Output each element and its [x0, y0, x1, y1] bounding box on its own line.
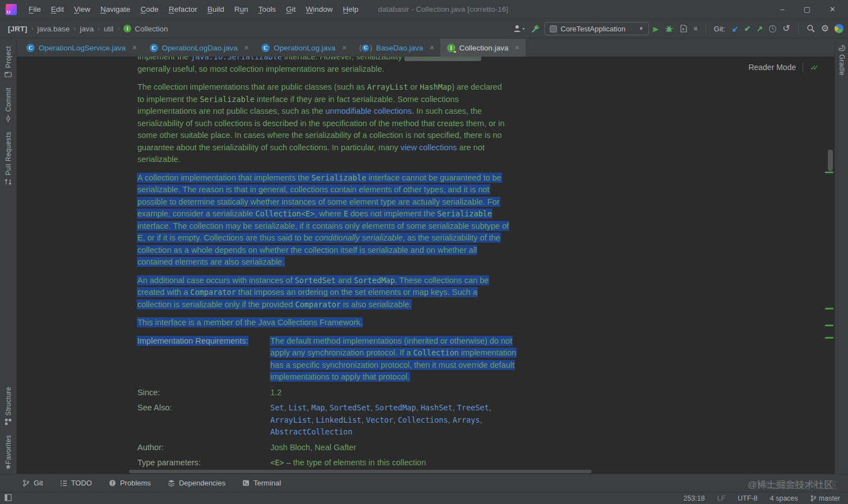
- doc-definition-row: Since:1.2: [137, 387, 835, 399]
- doc-text: The collection implementations that are …: [137, 82, 367, 91]
- tab-collection-java[interactable]: ICollection.java✕: [440, 39, 526, 57]
- stripe-item-structure[interactable]: Structure: [4, 387, 12, 426]
- tab-close-icon[interactable]: ✕: [244, 44, 249, 52]
- build-hammer-icon[interactable]: [531, 24, 540, 34]
- stripe-item-commit[interactable]: Commit: [4, 87, 12, 122]
- tool-button-dependencies[interactable]: Dependencies: [168, 479, 225, 487]
- doc-line: This interface is a member of the Java C…: [137, 317, 835, 329]
- tool-button-problems[interactable]: Problems: [109, 479, 151, 487]
- chevron-right-icon: ›: [117, 25, 119, 33]
- breadcrumb-class[interactable]: I Collection: [123, 25, 168, 33]
- breadcrumb-item-util[interactable]: util: [104, 25, 113, 33]
- menu-run[interactable]: Run: [229, 3, 254, 16]
- doc-link[interactable]: LinkedList: [316, 415, 361, 424]
- minimize-button[interactable]: –: [781, 5, 785, 13]
- doc-link[interactable]: Arrays: [453, 415, 480, 424]
- debug-button[interactable]: [665, 24, 674, 33]
- line-separator[interactable]: LF: [717, 494, 726, 502]
- maximize-button[interactable]: ▢: [804, 5, 810, 13]
- stripe-item-project[interactable]: Project: [4, 46, 12, 78]
- doc-link[interactable]: Vector: [366, 415, 394, 424]
- doc-link[interactable]: unmodifiable collections: [325, 107, 412, 115]
- git-commit-icon[interactable]: ✔: [744, 25, 751, 33]
- doc-line: Set, List, Map, SortedSet, SortedMap, Ha…: [270, 402, 835, 414]
- doc-link[interactable]: SortedSet: [329, 403, 370, 412]
- menu-build[interactable]: Build: [202, 3, 229, 16]
- vertical-scrollbar-thumb[interactable]: [828, 150, 833, 171]
- inspections-ok-icon[interactable]: ✓✓: [810, 63, 815, 72]
- stripe-item-favorites[interactable]: Favorites★: [4, 435, 12, 467]
- rollback-icon[interactable]: ↺: [782, 24, 790, 33]
- doc-line-text: guarantee about the serializability of s…: [137, 143, 485, 152]
- stop-button[interactable]: ■: [694, 25, 698, 32]
- caret-position[interactable]: 253:18: [684, 494, 705, 502]
- file-encoding[interactable]: UTF-8: [738, 494, 757, 502]
- doc-text: This interface is a member of the Java C…: [137, 318, 362, 327]
- menu-git[interactable]: Git: [281, 3, 301, 16]
- run-button[interactable]: ▶: [653, 25, 659, 33]
- menu-navigate[interactable]: Navigate: [95, 3, 135, 16]
- doc-link[interactable]: Map: [311, 403, 325, 412]
- tool-button-git[interactable]: Git: [22, 479, 43, 487]
- stripe-item-pull-requests[interactable]: Pull Requests: [4, 132, 12, 186]
- menu-refactor[interactable]: Refactor: [164, 3, 202, 16]
- doc-link[interactable]: TreeSet: [457, 403, 489, 412]
- git-branch-widget[interactable]: master: [810, 494, 840, 502]
- profile-icon[interactable]: ▾: [513, 24, 525, 33]
- stripe-label: Pull Requests: [4, 132, 12, 175]
- close-button[interactable]: ✕: [829, 5, 836, 13]
- menu-code[interactable]: Code: [135, 3, 163, 16]
- tool-window-toggle-icon[interactable]: [4, 494, 12, 503]
- tab-basedao-java[interactable]: (C)BaseDao.java✕: [352, 39, 440, 57]
- run-configuration-select[interactable]: CoreTestApplication ▼: [545, 22, 649, 35]
- breadcrumb-root[interactable]: [JRT]: [8, 25, 27, 33]
- tool-button-terminal[interactable]: Terminal: [242, 479, 281, 487]
- menu-help[interactable]: Help: [338, 3, 363, 16]
- doc-definition-row: Implementation Requirements:The default …: [137, 335, 835, 383]
- gradient-ball-icon[interactable]: [835, 24, 844, 33]
- doc-link[interactable]: view collections: [400, 143, 457, 152]
- tab-operationlogdao-java[interactable]: COperationLogDao.java✕: [143, 39, 255, 57]
- settings-gear-icon[interactable]: ⚙: [821, 24, 829, 33]
- doc-text: example, consider a serializable: [137, 209, 255, 218]
- tab-operationlogservice-java[interactable]: COperationLogService.java✕: [20, 39, 143, 57]
- indent-setting[interactable]: 4 spaces: [770, 494, 798, 502]
- menu-tools[interactable]: Tools: [254, 3, 282, 16]
- doc-link[interactable]: SortedMap: [375, 403, 416, 412]
- intellij-logo-icon: IJ: [6, 4, 17, 15]
- reader-mode-label[interactable]: Reader Mode: [748, 63, 796, 72]
- coverage-button[interactable]: [679, 24, 688, 33]
- tab-close-icon[interactable]: ✕: [132, 44, 137, 52]
- doc-link[interactable]: AbstractCollection: [270, 427, 352, 436]
- menu-view[interactable]: View: [69, 3, 95, 16]
- tool-button-todo[interactable]: TODO: [60, 479, 92, 487]
- breadcrumb-item-java.base[interactable]: java.base: [38, 25, 70, 33]
- git-push-icon[interactable]: ↗: [757, 25, 763, 33]
- doc-link[interactable]: Collections: [398, 415, 448, 424]
- doc-link[interactable]: HashSet: [421, 403, 453, 412]
- menu-file[interactable]: File: [24, 3, 46, 16]
- history-clock-icon[interactable]: [768, 25, 777, 33]
- doc-text: ,: [311, 415, 316, 424]
- breadcrumb-item-java[interactable]: java: [80, 25, 94, 33]
- doc-link[interactable]: Set: [270, 403, 284, 412]
- doc-text: ,: [362, 415, 366, 424]
- doc-link[interactable]: java.io.Serializable: [191, 57, 282, 61]
- doc-link[interactable]: ArrayList: [270, 415, 311, 424]
- doc-text: contained elements are also serializable…: [137, 257, 284, 266]
- menu-window[interactable]: Window: [301, 3, 338, 16]
- reader-mode-badge[interactable]: Reader Mode ✓✓: [748, 62, 815, 72]
- tab-close-icon[interactable]: ✕: [515, 44, 520, 52]
- search-everywhere-icon[interactable]: [806, 24, 815, 33]
- stripe-item-gradle[interactable]: Gradle: [838, 44, 846, 76]
- doc-paragraph: The collection implementations that are …: [137, 81, 835, 166]
- tab-close-icon[interactable]: ✕: [429, 44, 434, 52]
- doc-line: ArrayList, LinkedList, Vector, Collectio…: [270, 414, 835, 427]
- horizontal-scrollbar-thumb[interactable]: [129, 470, 592, 473]
- tab-close-icon[interactable]: ✕: [342, 44, 347, 52]
- editor-pane[interactable]: implement the java.io.Serializable inter…: [17, 57, 835, 474]
- doc-link[interactable]: List: [288, 403, 307, 412]
- tab-operationlog-java[interactable]: COperationLog.java✕: [255, 39, 353, 57]
- git-update-icon[interactable]: ↙: [732, 25, 739, 33]
- menu-edit[interactable]: Edit: [46, 3, 69, 16]
